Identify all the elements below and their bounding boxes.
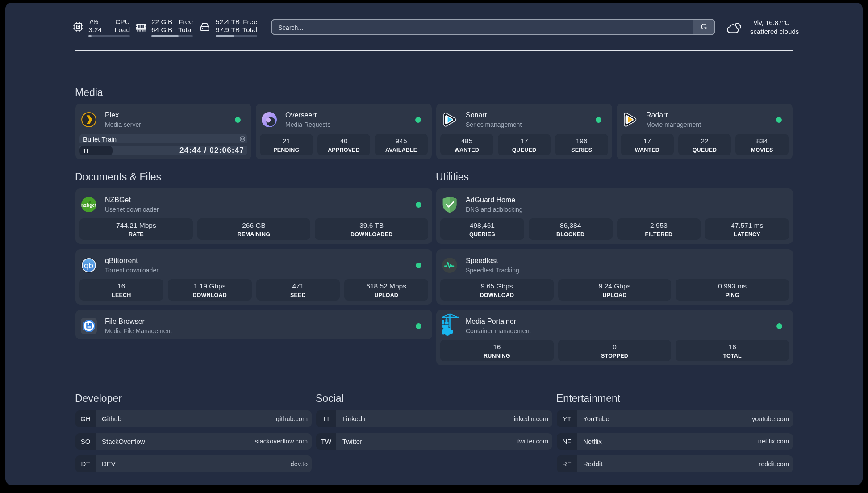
svg-text:nzbget: nzbget [81, 202, 96, 208]
svg-text:qb: qb [84, 261, 93, 270]
